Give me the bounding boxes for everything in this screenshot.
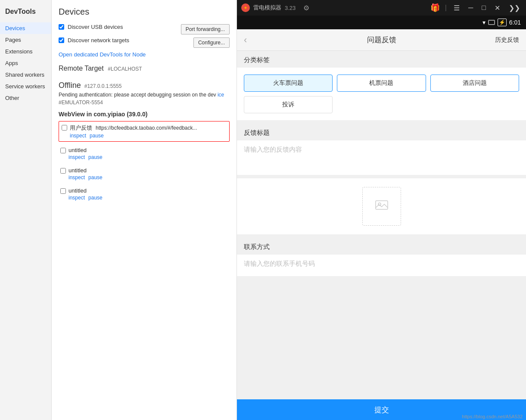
discover-usb-row: Discover USB devices Port forwarding... bbox=[59, 24, 230, 34]
emulator-logo bbox=[241, 3, 250, 12]
gift-icon[interactable]: 🎁 bbox=[430, 3, 440, 12]
target-1-pause[interactable]: pause bbox=[90, 133, 104, 139]
devtools-content: Devices Discover USB devices Port forwar… bbox=[52, 0, 237, 420]
contact-input-placeholder[interactable]: 请输入您的联系手机号码 bbox=[237, 255, 526, 276]
target-2-checkbox[interactable] bbox=[60, 148, 66, 153]
open-devtools-link[interactable]: Open dedicated DevTools for Node bbox=[59, 51, 230, 58]
discover-network-label: Discover network targets bbox=[68, 37, 129, 44]
status-icons: ▾ ⚡ 6:01 bbox=[482, 19, 521, 26]
phone-statusbar: ▾ ⚡ 6:01 bbox=[237, 16, 526, 29]
devtools-sidebar: DevTools Devices Pages Extensions Apps S… bbox=[0, 0, 52, 420]
target-2-name: untitled bbox=[68, 147, 87, 153]
sidebar-item-other[interactable]: Other bbox=[0, 92, 51, 104]
emulator-controls: 🎁 | ☰ ─ □ ✕ ❯❯ bbox=[430, 3, 522, 13]
target-3-info: untitled inspect pause bbox=[68, 167, 228, 180]
gamepad-icon: ⚙ bbox=[303, 4, 309, 12]
discover-usb-checkbox[interactable] bbox=[59, 24, 64, 30]
sidebar-item-apps[interactable]: Apps bbox=[0, 57, 51, 69]
category-section-header: 分类标签 bbox=[237, 51, 526, 68]
image-upload-area[interactable] bbox=[237, 178, 526, 234]
emulator-tag: #EMULATOR-5554 bbox=[59, 100, 230, 106]
target-1-checkbox[interactable] bbox=[62, 125, 67, 131]
target-1-name: 用户反馈 bbox=[70, 124, 92, 132]
divider-1 bbox=[237, 120, 526, 124]
back-button[interactable]: ‹ bbox=[244, 34, 247, 46]
target-4-links: inspect pause bbox=[68, 195, 228, 201]
target-4-name: untitled bbox=[68, 187, 87, 194]
battery-icon: ⚡ bbox=[498, 19, 507, 26]
sidebar-item-devices[interactable]: Devices bbox=[0, 22, 51, 34]
watermark: https://blog.csdn.net/A5A532 bbox=[462, 414, 523, 419]
target-item-3: untitled inspect pause bbox=[59, 165, 230, 182]
image-upload-icon bbox=[375, 198, 389, 215]
target-item-2: untitled inspect pause bbox=[59, 145, 230, 162]
sidebar-item-pages[interactable]: Pages bbox=[0, 34, 51, 46]
target-2-inspect[interactable]: inspect bbox=[68, 154, 85, 160]
target-1-url: https://bcfeedback.taobao.com/#/feedback… bbox=[96, 125, 197, 131]
page-title: 问题反馈 bbox=[367, 35, 396, 45]
target-2-info: untitled inspect pause bbox=[68, 147, 228, 160]
remote-target-section: Remote Target #LOCALHOST bbox=[59, 65, 230, 72]
divider-3 bbox=[237, 234, 526, 238]
webview-title: WebView in com.yipiao (39.0.0) bbox=[59, 111, 230, 118]
target-3-name: untitled bbox=[68, 167, 87, 174]
tag-train-btn[interactable]: 火车票问题 bbox=[244, 75, 333, 92]
target-2-links: inspect pause bbox=[68, 154, 228, 160]
devices-heading: Devices bbox=[59, 7, 230, 17]
emulator-titlebar: 雷电模拟器 3.23 ⚙ 🎁 | ☰ ─ □ ✕ ❯❯ bbox=[237, 0, 526, 16]
sidebar-item-service-workers[interactable]: Service workers bbox=[0, 81, 51, 92]
close-button[interactable]: ✕ bbox=[493, 3, 502, 13]
target-3-links: inspect pause bbox=[68, 174, 228, 180]
restore-button[interactable]: □ bbox=[480, 3, 488, 12]
pending-text: Pending authentication: please accept de… bbox=[59, 92, 230, 98]
offline-label: Offline bbox=[59, 81, 81, 90]
remote-target-label: Remote Target bbox=[59, 65, 104, 72]
pending-link[interactable]: ice bbox=[218, 92, 224, 98]
devtools-title: DevTools bbox=[0, 4, 51, 22]
target-4-inspect[interactable]: inspect bbox=[68, 195, 85, 201]
port-forwarding-button[interactable]: Port forwarding... bbox=[181, 24, 230, 34]
target-item-4: untitled inspect pause bbox=[59, 186, 230, 202]
target-1-inspect[interactable]: inspect bbox=[70, 133, 86, 139]
phone-content: 分类标签 火车票问题 机票问题 酒店问题 投诉 反馈标题 请输入您的反馈内容 bbox=[237, 51, 526, 399]
target-4-checkbox[interactable] bbox=[60, 188, 66, 194]
menu-button[interactable]: ☰ bbox=[452, 3, 461, 13]
sidebar-item-extensions[interactable]: Extensions bbox=[0, 46, 51, 57]
image-placeholder[interactable] bbox=[362, 187, 401, 226]
target-1-info: 用户反馈 https://bcfeedback.taobao.com/#/fee… bbox=[70, 124, 227, 139]
tag-grid-row1: 火车票问题 机票问题 酒店问题 bbox=[244, 75, 519, 92]
emulator-panel: 雷电模拟器 3.23 ⚙ 🎁 | ☰ ─ □ ✕ ❯❯ ▾ ⚡ 6:01 ‹ bbox=[237, 0, 526, 420]
tag-hotel-btn[interactable]: 酒店问题 bbox=[430, 75, 519, 92]
minimize-button[interactable]: ─ bbox=[467, 3, 475, 12]
clock-display: 6:01 bbox=[509, 19, 521, 26]
target-item-1: 用户反馈 https://bcfeedback.taobao.com/#/fee… bbox=[59, 121, 230, 142]
offline-address: #127.0.0.1:5555 bbox=[84, 83, 122, 89]
target-2-pause[interactable]: pause bbox=[88, 154, 103, 160]
target-4-pause[interactable]: pause bbox=[88, 195, 103, 201]
phone-navbar: ‹ 问题反馈 历史反馈 bbox=[237, 29, 526, 51]
divider-2 bbox=[237, 175, 526, 178]
tag-grid-row2: 投诉 bbox=[244, 96, 519, 113]
history-link[interactable]: 历史反馈 bbox=[495, 36, 519, 44]
category-section-body: 火车票问题 机票问题 酒店问题 投诉 bbox=[237, 68, 526, 120]
tag-complaint-btn[interactable]: 投诉 bbox=[244, 96, 333, 113]
wifi-icon: ▾ bbox=[482, 19, 486, 26]
target-3-pause[interactable]: pause bbox=[88, 174, 103, 180]
configure-button[interactable]: Configure... bbox=[193, 37, 230, 48]
submit-button[interactable]: 提交 bbox=[374, 405, 389, 415]
contact-section-header: 联系方式 bbox=[237, 238, 526, 255]
svg-rect-1 bbox=[376, 201, 388, 209]
discover-network-checkbox[interactable] bbox=[59, 37, 64, 43]
remote-target-host: #LOCALHOST bbox=[108, 66, 142, 72]
discover-network-row: Discover network targets Configure... bbox=[59, 37, 230, 48]
sidebar-item-shared-workers[interactable]: Shared workers bbox=[0, 69, 51, 81]
target-3-checkbox[interactable] bbox=[60, 168, 66, 174]
sim-icon bbox=[488, 20, 495, 25]
discover-usb-label: Discover USB devices bbox=[68, 24, 123, 30]
more-button[interactable]: ❯❯ bbox=[507, 3, 522, 13]
target-3-inspect[interactable]: inspect bbox=[68, 174, 85, 180]
tag-flight-btn[interactable]: 机票问题 bbox=[337, 75, 426, 92]
offline-section: Offline #127.0.0.1:5555 Pending authenti… bbox=[59, 77, 230, 106]
feedback-input-placeholder[interactable]: 请输入您的反馈内容 bbox=[237, 140, 526, 175]
target-1-links: inspect pause bbox=[70, 133, 227, 139]
